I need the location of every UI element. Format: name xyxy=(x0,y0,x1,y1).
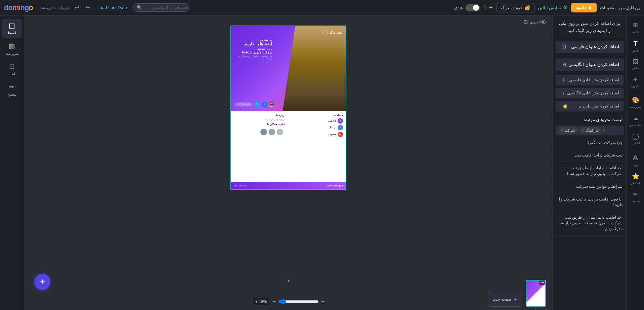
download-button[interactable]: ⬇ دانلود xyxy=(571,3,597,12)
crown-icon: 👑 xyxy=(524,5,530,10)
sidebar-item-background-left[interactable]: ▦ پس‌زمینه xyxy=(2,39,22,58)
sidebar-item-content[interactable]: ✏ محتوا xyxy=(2,80,22,99)
canvas-top-bar: ⊡ حجم MB xyxy=(523,19,546,25)
sponsor-avatar-2 xyxy=(268,129,275,135)
far-right-lines[interactable]: ✒ خطوط xyxy=(628,188,644,206)
page-thumb-wrapper: ••• 1 xyxy=(526,280,546,307)
zoom-out-button[interactable]: − xyxy=(272,299,275,305)
text-list-item-4[interactable]: آیا قصد اقامت در دبی با ثبت شرکت را داری… xyxy=(553,193,627,212)
text-list-item-3[interactable]: شرایط و قوانین ثبت شرکت xyxy=(553,180,627,193)
fonts-icon: A xyxy=(633,153,638,162)
far-right-shapes[interactable]: ◯ اشکال xyxy=(628,130,644,147)
related-list-title: لیست متن‌های مرتبط xyxy=(553,113,627,124)
filter-tag-marketing[interactable]: مارکتینگ × xyxy=(579,127,601,134)
text-list-item-0[interactable]: چرا شرکت ثبت کنم؟ xyxy=(553,137,627,149)
chevron-down-button[interactable]: ▾ xyxy=(287,277,290,284)
moon-icon: ☽ xyxy=(482,4,486,11)
text-list-item-2[interactable]: اخذ اقامت امارات از طریق ثبت شرکت.....بد… xyxy=(553,162,627,180)
zoom-display: ▾ 18% xyxy=(252,298,270,305)
contact-btn: ما و شش کنید xyxy=(234,102,252,106)
zoom-slider[interactable] xyxy=(278,299,319,304)
far-right-bar: ⊞ قالب T متن 🖼 عکس ✦ آیکون‌ها 🎨 پس‌زمینه… xyxy=(627,15,644,310)
service-item-3: 🎯 مدیریت xyxy=(291,132,343,137)
remove-marketing-icon[interactable]: × xyxy=(582,129,584,132)
add-persian-title-label: اضافه کردن عنوان فارسی xyxy=(571,44,619,49)
settings-button[interactable]: تنظیمات xyxy=(600,5,616,10)
redo-button[interactable]: ↪ xyxy=(84,3,92,12)
far-right-fonts[interactable]: A حروف xyxy=(628,150,644,169)
poster-grid: درباره ما متن توضیح درباره شرکت شتاب دهن… xyxy=(231,111,346,189)
h-icon-persian: H xyxy=(562,44,566,50)
service-icon-1: ⚙ xyxy=(338,118,343,124)
service-item-2: 🔧 برندینگ xyxy=(291,125,343,130)
plus-icon: ＋ xyxy=(513,297,517,302)
add-persian-text-label: اضافه کردن متن عادی فارسی xyxy=(569,78,619,82)
poster-logo-bar: ? محل لوگو xyxy=(231,29,346,36)
service-text-1: بازاریابی xyxy=(328,120,336,122)
footer-left: 021 - 44 95 57 69 xyxy=(234,185,248,187)
add-icon-text-button[interactable]: اضافه کردن متن دایره‌ای ⭐ xyxy=(556,101,624,112)
main-layout: ◫ لایه‌ها ▦ پس‌زمینه ⊡ ابعاد ✏ محتوا ⊡ ح… xyxy=(0,15,644,310)
poster-line4: شرکت و بیزینس شما xyxy=(235,50,272,54)
search-input[interactable] xyxy=(144,5,188,10)
add-page-button[interactable]: ＋ صفحه جدید xyxy=(488,292,522,307)
saved-status: تغییرات ذخیره شد xyxy=(40,5,70,10)
filter-tag-company[interactable]: شرکت × xyxy=(558,127,577,134)
logo: domingo xyxy=(4,3,33,12)
services-title: خدمات ما xyxy=(291,114,343,117)
add-english-text-button[interactable]: اضافه کردن متن عادی انگلیسی T xyxy=(556,88,624,98)
sidebar-item-dimensions[interactable]: ⊡ ابعاد xyxy=(2,60,22,79)
far-right-photo[interactable]: 🖼 عکس xyxy=(628,55,644,73)
canvas-wrapper[interactable]: ? محل لوگو ما بهترین ایده ها را داریم بر… xyxy=(230,26,346,190)
template-icon: ⊞ xyxy=(633,21,638,29)
add-english-text-label: اضافه کردن متن عادی انگلیسی xyxy=(567,91,619,95)
filter-chevron-icon[interactable]: ▾ xyxy=(603,128,605,133)
far-right-myspace[interactable]: ☁ فضای من xyxy=(628,112,644,129)
add-english-title-button[interactable]: اضافه کردن عنوان انگلیسی H xyxy=(556,58,624,71)
add-persian-title-button[interactable]: اضافه کردن عنوان فارسی H xyxy=(556,41,624,53)
zoom-in-button[interactable]: + xyxy=(321,299,325,305)
poster-photo xyxy=(283,26,346,111)
sponsor-avatar-3 xyxy=(260,129,267,135)
poster-services-col: خدمات ما ⚙ بازاریابی 🔧 برندینگ 🎯 xyxy=(289,111,346,189)
sticker-icon: ⭐ xyxy=(632,173,639,180)
icons-icon: ✦ xyxy=(633,76,638,83)
sponsor-row-1 xyxy=(234,127,286,137)
help-circle-icon: ? xyxy=(322,30,328,35)
remove-company-icon[interactable]: × xyxy=(561,129,563,132)
zoom-value: 18% xyxy=(259,299,267,304)
text-list-item-1[interactable]: ثبت شرکت و اخذ اقامت دبی xyxy=(553,149,627,162)
undo-button[interactable]: ↩ xyxy=(73,3,81,12)
far-right-background[interactable]: 🎨 پس‌زمینه xyxy=(628,94,644,111)
far-right-text[interactable]: T متن xyxy=(628,37,644,55)
poster-line1: ما بهترین xyxy=(235,38,272,41)
layers-icon: ◫ xyxy=(9,21,15,30)
toggle-switch[interactable] xyxy=(466,4,480,11)
online-preview-button[interactable]: 👁 نمایش آنلاین xyxy=(538,5,568,10)
right-panel-header: برای اضافه کردن متن بر روی یکی از آیتم‌ه… xyxy=(553,15,627,38)
fri-divider-2 xyxy=(630,149,641,149)
add-page-label: صفحه جدید xyxy=(493,297,511,302)
poster-body: متن توضیحات کامل درباره شرکت و خدمات... xyxy=(235,55,272,61)
poster-logo-text: محل لوگو xyxy=(330,31,342,34)
profile-button[interactable]: پروفایل من xyxy=(619,5,640,10)
add-persian-text-button[interactable]: اضافه کردن متن عادی فارسی T xyxy=(556,75,624,85)
search-icon: 🔍 xyxy=(137,5,142,10)
sponsors-title: شتاب دهندگان ما xyxy=(234,123,286,126)
facebook-icon: f xyxy=(262,102,267,107)
h-icon-english: H xyxy=(562,62,566,68)
text-list-item-5[interactable]: اخذ اقامت دالم آلمان از طریق ثبت شرکت...… xyxy=(553,211,627,235)
subscribe-button[interactable]: 👑 خرید اشتراک xyxy=(497,3,534,12)
magic-fab-button[interactable]: ✦ xyxy=(34,274,50,290)
right-panel: برای اضافه کردن متن بر روی یکی از آیتم‌ه… xyxy=(553,15,627,310)
chevron-zoom-icon: ▾ xyxy=(255,299,257,304)
service-item-1: ⚙ بازاریابی xyxy=(291,118,343,124)
load-last-button[interactable]: Load Last Data xyxy=(95,4,130,11)
pages-bar: ＋ صفحه جدید ••• 1 xyxy=(488,280,546,307)
sidebar-item-layers[interactable]: ◫ لایه‌ها xyxy=(2,19,22,38)
page-more-button[interactable]: ••• xyxy=(539,280,545,285)
far-right-icons[interactable]: ✦ آیکون‌ها xyxy=(628,73,644,91)
text-icon: T xyxy=(633,40,637,47)
far-right-sticker[interactable]: ⭐ استیکر xyxy=(628,170,644,187)
far-right-template[interactable]: ⊞ قالب xyxy=(628,19,644,36)
